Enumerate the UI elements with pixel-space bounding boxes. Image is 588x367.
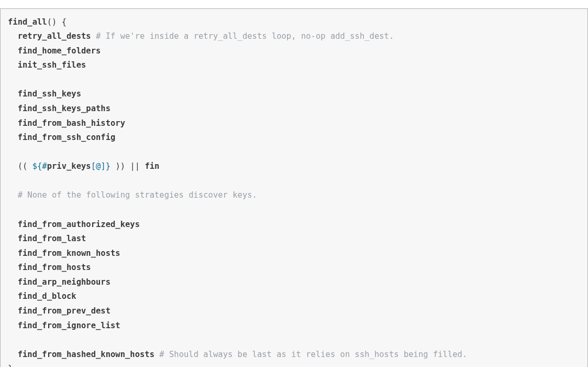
arith-close: )): [110, 161, 130, 171]
call-init-ssh-files: init_ssh_files: [18, 60, 86, 70]
indent: [8, 306, 18, 316]
indent: [8, 60, 18, 70]
indent: [8, 220, 18, 229]
indent: [8, 190, 18, 200]
bracket-open: [: [91, 161, 96, 171]
call-retry-all-dests: retry_all_dests: [18, 31, 91, 41]
function-name: find_all: [8, 17, 47, 27]
call-fin: fin: [145, 161, 159, 171]
indent: [8, 31, 18, 41]
code-block: find_all() { retry_all_dests # If we're …: [0, 8, 588, 368]
call-find-from-hosts: find_from_hosts: [18, 263, 91, 272]
call-find-from-last: find_from_last: [18, 234, 86, 243]
call-find-arp-neighbours: find_arp_neighbours: [18, 277, 110, 287]
indent: [8, 350, 18, 359]
comment-3: # Should always be last as it relies on …: [159, 350, 467, 359]
call-find-from-ignore-list: find_from_ignore_list: [18, 321, 120, 330]
call-find-from-hashed-known-hosts: find_from_hashed_known_hosts: [18, 350, 154, 359]
paren-brace: () {: [47, 17, 66, 27]
indent: [8, 104, 18, 113]
call-find-ssh-keys: find_ssh_keys: [18, 89, 81, 99]
hash-icon: #: [42, 161, 47, 171]
indent: [8, 263, 18, 272]
at-sign: @: [96, 161, 101, 171]
indent: [8, 118, 18, 128]
call-find-home-folders: find_home_folders: [18, 46, 101, 56]
call-find-from-bash-history: find_from_bash_history: [18, 118, 125, 128]
close-brace: }: [8, 364, 13, 367]
bracket-close: ]: [101, 161, 105, 171]
indent: [8, 89, 18, 99]
call-find-d-block: find_d_block: [18, 292, 76, 301]
indent: [8, 292, 18, 301]
indent: [8, 133, 18, 142]
indent: [8, 249, 18, 258]
comment-2: # None of the following strategies disco…: [18, 190, 257, 200]
call-find-from-prev-dest: find_from_prev_dest: [18, 306, 110, 316]
indent: [8, 321, 18, 330]
indent: [8, 161, 18, 171]
brace-close: }: [106, 161, 110, 171]
indent: [8, 277, 18, 287]
arith-open: ((: [18, 161, 32, 171]
comment-1: # If we're inside a retry_all_dests loop…: [96, 31, 394, 41]
call-find-from-ssh-config: find_from_ssh_config: [18, 133, 116, 142]
indent: [8, 46, 18, 56]
call-find-from-authorized-keys: find_from_authorized_keys: [18, 220, 140, 229]
or-op: ||: [130, 161, 145, 171]
dollar-brace-open: ${: [32, 161, 42, 171]
call-find-ssh-keys-paths: find_ssh_keys_paths: [18, 104, 110, 113]
call-find-from-known-hosts: find_from_known_hosts: [18, 249, 120, 258]
var-priv-keys: priv_keys: [47, 161, 91, 171]
indent: [8, 234, 18, 243]
